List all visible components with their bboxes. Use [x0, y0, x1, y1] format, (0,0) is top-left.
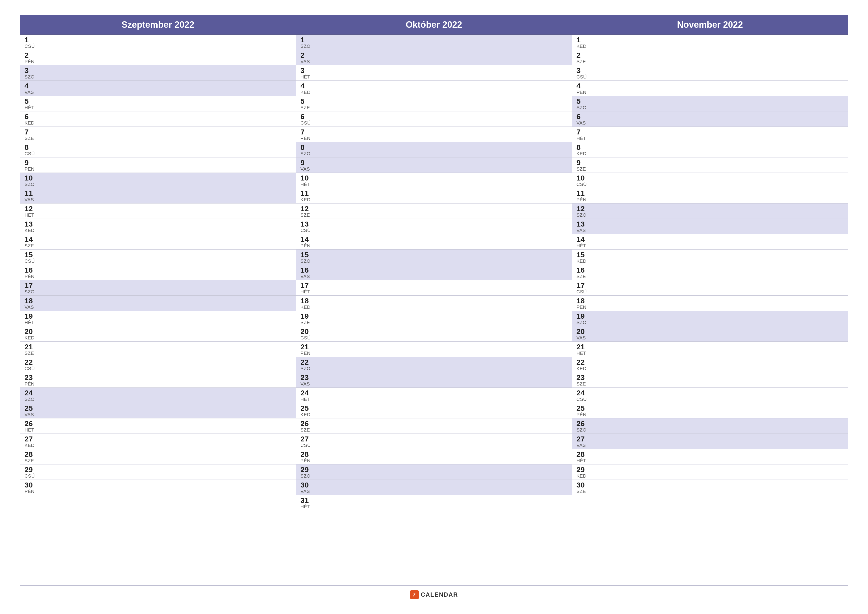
footer-logo-text: CALENDAR	[421, 591, 458, 598]
day-row: 27KED	[20, 434, 296, 449]
day-abbr: CSÚ	[25, 474, 35, 479]
day-abbr: SZE	[25, 243, 34, 249]
day-abbr: CSÚ	[25, 44, 35, 49]
day-cell: 6VAS	[577, 112, 586, 126]
day-abbr: VAS	[25, 412, 34, 417]
day-row: 15SZO	[296, 250, 572, 265]
day-row: 5HÉT	[20, 96, 296, 111]
day-number: 2	[577, 51, 586, 59]
day-cell: 18VAS	[25, 297, 34, 310]
day-number: 18	[25, 297, 34, 305]
days-container-2: 1KED2SZE3CSÚ4PÉN5SZO6VAS7HÉT8KED9SZE10CS…	[572, 35, 848, 586]
day-cell: 9PÉN	[25, 159, 35, 172]
day-number: 4	[301, 82, 310, 90]
day-cell: 31HÉT	[301, 496, 310, 510]
day-number: 19	[577, 312, 587, 320]
day-cell: 15KED	[577, 250, 587, 264]
day-abbr: VAS	[301, 166, 310, 172]
day-number: 27	[577, 435, 586, 443]
day-abbr: KED	[577, 474, 587, 479]
day-number: 6	[577, 112, 586, 121]
day-number: 14	[577, 235, 586, 243]
day-number: 22	[301, 358, 310, 366]
month-header-1: Október 2022	[296, 15, 572, 35]
day-cell: 10SZO	[25, 174, 35, 187]
day-cell: 8CSÚ	[25, 143, 35, 157]
day-number: 29	[577, 465, 587, 474]
day-abbr: VAS	[577, 228, 586, 233]
day-cell: 16SZE	[577, 266, 586, 279]
day-row: 3CSÚ	[572, 65, 848, 81]
day-abbr: CSÚ	[301, 228, 311, 233]
day-row: 22KED	[572, 357, 848, 372]
day-cell: 17CSÚ	[577, 281, 587, 295]
day-cell: 18PÉN	[577, 297, 587, 310]
day-abbr: PÉN	[25, 381, 35, 387]
day-abbr: SZO	[25, 75, 35, 80]
day-number: 12	[25, 205, 34, 213]
day-number: 4	[25, 82, 34, 90]
day-row: 11KED	[296, 188, 572, 204]
day-abbr: SZE	[301, 320, 310, 325]
day-cell: 25PÉN	[577, 404, 587, 417]
day-cell: 1CSÚ	[25, 36, 35, 49]
day-abbr: PÉN	[577, 412, 587, 417]
day-cell: 28HÉT	[577, 450, 586, 463]
day-row: 9PÉN	[20, 157, 296, 173]
day-row: 18KED	[296, 295, 572, 311]
day-number: 7	[577, 128, 586, 136]
day-row: 26SZO	[572, 418, 848, 434]
day-row: 23SZE	[572, 372, 848, 388]
day-abbr: SZO	[301, 366, 310, 372]
day-row: 26SZE	[296, 418, 572, 434]
day-abbr: KED	[301, 90, 310, 95]
day-row: 20KED	[20, 326, 296, 342]
day-abbr: SZO	[577, 213, 587, 218]
footer: 7 CALENDAR	[20, 586, 848, 599]
day-abbr: VAS	[301, 489, 310, 494]
day-row: 21HÉT	[572, 342, 848, 357]
day-number: 7	[25, 128, 34, 136]
day-cell: 20VAS	[577, 327, 586, 341]
day-number: 11	[25, 189, 34, 197]
day-number: 29	[301, 465, 310, 474]
day-number: 2	[301, 51, 310, 59]
day-cell: 2SZE	[577, 51, 586, 64]
day-cell: 14HÉT	[577, 235, 586, 249]
day-abbr: SZO	[301, 44, 310, 49]
day-number: 1	[301, 36, 310, 44]
day-abbr: SZE	[577, 381, 586, 387]
day-cell: 4KED	[301, 82, 310, 95]
day-cell: 17SZO	[25, 281, 35, 295]
day-abbr: PÉN	[577, 305, 587, 310]
day-row: 8KED	[572, 142, 848, 157]
day-abbr: SZO	[25, 289, 35, 295]
day-cell: 22KED	[577, 358, 587, 372]
day-abbr: KED	[25, 121, 35, 126]
day-abbr: CSÚ	[301, 443, 311, 448]
day-row: 14HÉT	[572, 234, 848, 250]
day-abbr: SZE	[577, 274, 586, 279]
day-number: 20	[577, 327, 586, 336]
day-number: 16	[577, 266, 586, 274]
day-row: 2VAS	[296, 50, 572, 65]
day-row: 24SZO	[20, 388, 296, 403]
day-number: 20	[301, 327, 311, 336]
day-abbr: KED	[25, 443, 35, 448]
day-cell: 12HÉT	[25, 205, 34, 218]
day-row: 12HÉT	[20, 204, 296, 219]
day-row: 17HÉT	[296, 280, 572, 295]
month-header-2: November 2022	[572, 15, 848, 35]
day-cell: 29CSÚ	[25, 465, 35, 479]
day-cell: 5HÉT	[25, 97, 34, 110]
day-number: 18	[577, 297, 587, 305]
day-number: 27	[25, 435, 35, 443]
day-abbr: VAS	[577, 443, 586, 448]
calendar-grid: Szeptember 20221CSÚ2PÉN3SZO4VAS5HÉT6KED7…	[20, 15, 848, 586]
day-number: 25	[301, 404, 310, 412]
day-abbr: PÉN	[25, 166, 35, 172]
day-abbr: KED	[301, 197, 310, 202]
day-number: 10	[25, 174, 35, 182]
day-row: 1SZO	[296, 35, 572, 50]
day-abbr: VAS	[25, 197, 34, 202]
